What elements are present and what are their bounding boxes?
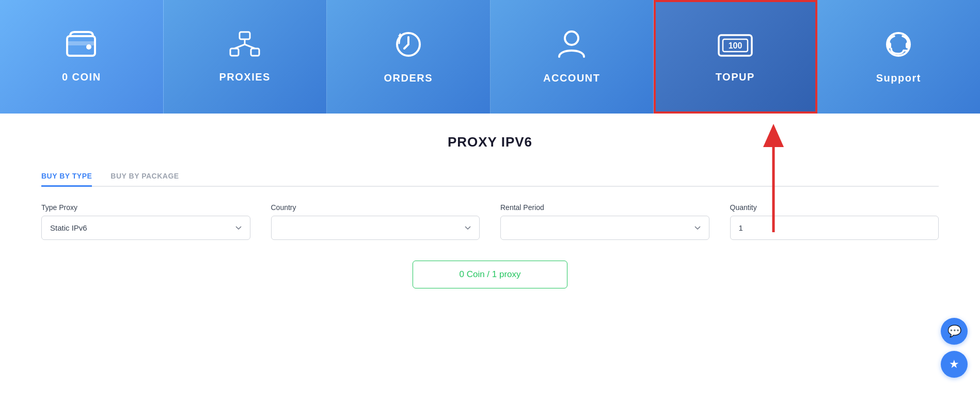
svg-line-8 [245,44,255,49]
tab-buy-by-type[interactable]: BUY BY TYPE [41,167,92,187]
account-icon [558,30,585,63]
price-button[interactable]: 0 Coin / 1 proxy [413,261,567,288]
price-section: 0 Coin / 1 proxy [41,261,939,288]
quantity-label: Quantity [730,203,939,212]
nav-topup-label: TOPUP [716,71,755,83]
svg-rect-16 [906,42,910,49]
tab-buy-by-package[interactable]: BUY BY PACKAGE [110,167,179,187]
quantity-input[interactable]: 1 [730,216,939,240]
svg-rect-1 [67,41,95,45]
floating-buttons: 💬 ★ [941,318,968,378]
country-label: Country [271,203,480,212]
country-select[interactable] [271,216,480,240]
nav-item-topup[interactable]: 100 TOPUP [654,0,817,114]
rental-period-group: Rental Period [500,203,709,240]
nav-coin-label: 0 COIN [62,71,101,83]
main-content: PROXY IPV6 BUY BY TYPE BUY BY PACKAGE Ty… [0,114,980,419]
star-icon: ★ [949,358,959,371]
nav-support-label: Support [876,72,921,84]
svg-rect-4 [230,49,239,56]
tab-bar: BUY BY TYPE BUY BY PACKAGE [41,167,939,187]
svg-line-7 [234,44,245,49]
topup-icon: 100 [718,31,753,62]
chat-button[interactable]: 💬 [941,318,968,345]
support-icon [884,30,913,63]
star-button[interactable]: ★ [941,351,968,378]
nav-item-coin[interactable]: 0 COIN [0,0,164,114]
rental-period-label: Rental Period [500,203,709,212]
orders-icon [394,30,423,63]
nav-item-proxies[interactable]: PROXIES [164,0,327,114]
rental-period-select[interactable] [500,216,709,240]
type-proxy-label: Type Proxy [41,203,250,212]
country-group: Country [271,203,480,240]
nav-item-orders[interactable]: ORDERS [327,0,491,114]
top-nav: 0 COIN PROXIES ORDERS [0,0,980,114]
type-proxy-select[interactable]: Static IPv6 Dynamic IPv6 Rotating IPv6 [41,216,250,240]
svg-rect-15 [887,42,891,49]
nav-orders-label: ORDERS [384,72,433,84]
page-title: PROXY IPV6 [41,134,939,150]
form-row: Type Proxy Static IPv6 Dynamic IPv6 Rota… [41,203,939,240]
quantity-group: Quantity 1 [730,203,939,240]
nav-proxies-label: PROXIES [219,71,271,83]
nav-item-account[interactable]: ACCOUNT [491,0,654,114]
svg-rect-3 [240,32,250,39]
svg-rect-5 [251,49,259,56]
svg-point-2 [86,44,91,50]
type-proxy-group: Type Proxy Static IPv6 Dynamic IPv6 Rota… [41,203,250,240]
nav-account-label: ACCOUNT [543,72,600,84]
svg-text:100: 100 [728,41,742,50]
proxies-icon [229,31,260,62]
chat-icon: 💬 [947,325,961,338]
nav-item-support[interactable]: Support [817,0,981,114]
wallet-icon [66,31,97,62]
svg-point-10 [565,31,578,45]
